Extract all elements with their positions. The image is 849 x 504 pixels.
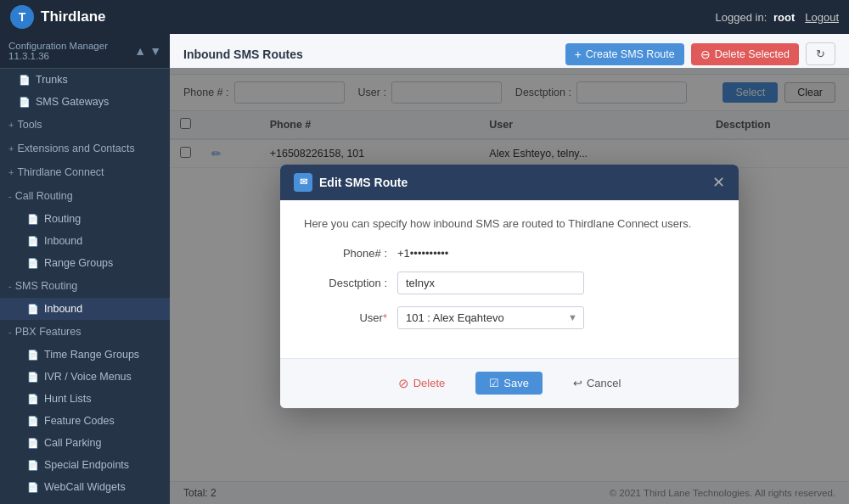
config-nav-icons: ▲ ▼ bbox=[134, 44, 161, 58]
edit-sms-route-modal: ✉ Edit SMS Route ✕ Here you can specify … bbox=[280, 165, 739, 408]
sidebar-item-pbx-features[interactable]: - PBX Features bbox=[0, 320, 170, 344]
sidebar-item-ivr[interactable]: 📄 IVR / Voice Menus bbox=[0, 366, 170, 388]
sidebar-item-range-groups[interactable]: 📄 Range Groups bbox=[0, 252, 170, 274]
doc-icon: 📄 bbox=[27, 438, 39, 449]
sidebar-item-hunt-lists[interactable]: 📄 Hunt Lists bbox=[0, 388, 170, 410]
refresh-button[interactable]: ↻ bbox=[806, 42, 835, 65]
logout-button[interactable]: Logout bbox=[805, 11, 839, 24]
folder-icon: - bbox=[8, 281, 12, 291]
sidebar-item-routing[interactable]: 📄 Routing bbox=[0, 208, 170, 230]
doc-icon: 📄 bbox=[27, 460, 39, 471]
doc-icon: 📄 bbox=[27, 304, 39, 315]
doc-icon: 📄 bbox=[27, 350, 39, 361]
delete-icon: ⊘ bbox=[398, 376, 409, 391]
nav-up-icon[interactable]: ▲ bbox=[134, 44, 146, 58]
user-select[interactable]: 101 : Alex Eqahtevo bbox=[397, 306, 584, 329]
topbar-left: T Thirdlane bbox=[10, 5, 106, 29]
doc-icon: 📄 bbox=[27, 416, 39, 427]
save-icon: ☑ bbox=[489, 377, 499, 389]
content-title: Inbound SMS Routes bbox=[183, 48, 303, 61]
user-form-row: User* 101 : Alex Eqahtevo ▼ bbox=[304, 306, 715, 329]
description-form-input[interactable] bbox=[397, 272, 584, 294]
app-logo: T bbox=[10, 5, 34, 29]
sidebar-item-special-mailboxes[interactable]: 📄 Special Mailboxes bbox=[0, 498, 170, 504]
sidebar-item-extensions[interactable]: + Extensions and Contacts bbox=[0, 137, 170, 160]
sidebar-item-inbound[interactable]: 📄 Inbound bbox=[0, 230, 170, 252]
main-layout: Configuration Manager 11.3.1.36 ▲ ▼ 📄 Tr… bbox=[0, 34, 849, 504]
app-title: Thirdlane bbox=[41, 8, 106, 25]
content-header-actions: + Create SMS Route ⊖ Delete Selected ↻ bbox=[565, 42, 835, 65]
doc-icon: 📄 bbox=[19, 97, 31, 108]
doc-icon: 📄 bbox=[27, 482, 39, 493]
sidebar-item-tools[interactable]: + Tools bbox=[0, 113, 170, 137]
modal-delete-button[interactable]: ⊘ Delete bbox=[385, 371, 459, 396]
modal-description: Here you can specify how inbound SMS are… bbox=[304, 217, 715, 230]
modal-overlay: ✉ Edit SMS Route ✕ Here you can specify … bbox=[170, 68, 849, 504]
content-area: Inbound SMS Routes + Create SMS Route ⊖ … bbox=[170, 34, 849, 504]
topbar-right: Logged in: root Logout bbox=[716, 11, 839, 24]
folder-icon: - bbox=[8, 327, 12, 337]
refresh-icon: ↻ bbox=[816, 48, 825, 60]
modal-cancel-button[interactable]: ↩ Cancel bbox=[559, 372, 634, 395]
sidebar-item-sms-inbound[interactable]: 📄 Inbound bbox=[0, 298, 170, 320]
phone-form-value: +1•••••••••• bbox=[397, 247, 448, 260]
sidebar-item-sms-gateways[interactable]: 📄 SMS Gateways bbox=[0, 91, 170, 113]
nav-down-icon[interactable]: ▼ bbox=[149, 44, 161, 58]
folder-icon: + bbox=[8, 143, 14, 154]
sidebar-item-time-range[interactable]: 📄 Time Range Groups bbox=[0, 344, 170, 366]
modal-save-button[interactable]: ☑ Save bbox=[475, 372, 543, 395]
doc-icon: 📄 bbox=[27, 372, 39, 383]
minus-icon: ⊖ bbox=[700, 48, 711, 61]
doc-icon: 📄 bbox=[27, 258, 39, 269]
description-form-row: Desctption : bbox=[304, 272, 715, 294]
sidebar-item-trunks[interactable]: 📄 Trunks bbox=[0, 69, 170, 91]
sidebar-item-special-endpoints[interactable]: 📄 Special Endpoints bbox=[0, 454, 170, 476]
logged-in-label: Logged in: root bbox=[716, 11, 796, 24]
folder-icon: + bbox=[8, 120, 14, 130]
modal-close-button[interactable]: ✕ bbox=[712, 175, 725, 190]
phone-form-label: Phone# : bbox=[304, 247, 397, 260]
required-marker: * bbox=[383, 311, 387, 324]
description-form-label: Desctption : bbox=[304, 277, 397, 289]
modal-title: ✉ Edit SMS Route bbox=[294, 173, 408, 192]
sidebar-item-thirdlane-connect[interactable]: + Thirdlane Connect bbox=[0, 160, 170, 184]
sidebar-item-feature-codes[interactable]: 📄 Feature Codes bbox=[0, 410, 170, 432]
sidebar-item-sms-routing[interactable]: - SMS Routing bbox=[0, 274, 170, 298]
folder-icon: + bbox=[8, 167, 14, 177]
modal-title-icon: ✉ bbox=[294, 173, 312, 192]
modal-body: Here you can specify how inbound SMS are… bbox=[280, 200, 739, 358]
sidebar-item-call-parking[interactable]: 📄 Call Parking bbox=[0, 432, 170, 454]
sidebar-item-webcall[interactable]: 📄 WebCall Widgets bbox=[0, 476, 170, 498]
doc-icon: 📄 bbox=[27, 236, 39, 247]
config-manager-header: Configuration Manager 11.3.1.36 ▲ ▼ bbox=[0, 34, 170, 69]
modal-footer: ⊘ Delete ☑ Save ↩ Cancel bbox=[280, 358, 739, 408]
create-sms-route-button[interactable]: + Create SMS Route bbox=[565, 43, 684, 65]
modal-header: ✉ Edit SMS Route ✕ bbox=[280, 165, 739, 200]
sidebar: Configuration Manager 11.3.1.36 ▲ ▼ 📄 Tr… bbox=[0, 34, 170, 504]
config-manager-label: Configuration Manager 11.3.1.36 bbox=[8, 41, 134, 61]
plus-icon: + bbox=[575, 48, 582, 61]
logged-in-user: root bbox=[773, 11, 795, 24]
topbar: T Thirdlane Logged in: root Logout bbox=[0, 0, 849, 34]
folder-icon: - bbox=[8, 191, 12, 201]
user-select-wrapper: 101 : Alex Eqahtevo ▼ bbox=[397, 306, 584, 329]
doc-icon: 📄 bbox=[19, 75, 31, 86]
phone-form-row: Phone# : +1•••••••••• bbox=[304, 247, 715, 260]
cancel-icon: ↩ bbox=[573, 377, 582, 389]
delete-selected-button[interactable]: ⊖ Delete Selected bbox=[691, 43, 799, 65]
doc-icon: 📄 bbox=[27, 394, 39, 405]
user-form-label: User* bbox=[304, 311, 397, 324]
sidebar-item-call-routing[interactable]: - Call Routing bbox=[0, 184, 170, 208]
doc-icon: 📄 bbox=[27, 214, 39, 225]
